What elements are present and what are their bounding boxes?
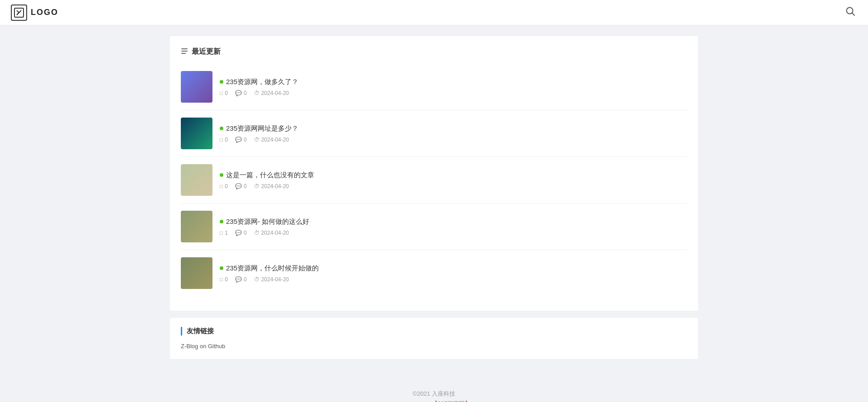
friends-card: 友情链接 Z-Blog on Github [170,318,698,359]
comments-count: 0 [244,276,247,283]
article-thumbnail [181,211,212,242]
article-meta: □ 0 💬 0 ⏱ 2024-04-20 [220,90,687,96]
views-icon: □ [220,230,223,236]
article-title[interactable]: 235资源网网址是多少？ [226,124,298,133]
search-button[interactable] [844,5,857,20]
views-meta: □ 0 [220,90,228,96]
clock-icon: ⏱ [254,230,259,236]
friends-title: 友情链接 [181,327,687,336]
views-count: 0 [225,183,228,189]
list-icon [181,47,188,57]
footer-copyright: ©2021 入座科技 [0,390,868,398]
views-icon: □ [220,276,223,283]
article-title-row: 235资源网- 如何做的这么好 [220,218,687,226]
views-icon: □ [220,137,223,143]
date-meta: ⏱ 2024-04-20 [254,90,289,96]
logo-text: LOGO [31,8,58,17]
main-wrapper: 最近更新 235资源网，做多久了？ □ 0 💬 0 ⏱ [163,25,705,377]
status-dot [220,127,223,130]
article-meta: □ 0 💬 0 ⏱ 2024-04-20 [220,137,687,143]
article-meta: □ 1 💬 0 ⏱ 2024-04-20 [220,230,687,236]
article-title[interactable]: 235资源网，什么时候开始做的 [226,264,319,273]
comments-icon: 💬 [235,137,242,143]
comments-meta: 💬 0 [235,183,247,189]
views-count: 0 [225,90,228,96]
comments-count: 0 [244,137,247,143]
article-title-row: 235资源网，做多久了？ [220,78,687,86]
article-thumbnail [181,71,212,103]
article-item: 235资源网，做多久了？ □ 0 💬 0 ⏱ 2024-04-20 [181,64,687,110]
views-icon: □ [220,90,223,96]
article-item: 这是一篇，什么也没有的文章 □ 0 💬 0 ⏱ 2024-04-20 [181,157,687,203]
views-count: 0 [225,137,228,143]
article-date: 2024-04-20 [261,183,289,189]
comments-count: 0 [244,183,247,189]
svg-rect-6 [181,53,186,54]
article-info: 235资源网，做多久了？ □ 0 💬 0 ⏱ 2024-04-20 [220,78,687,96]
article-thumbnail [181,118,212,149]
clock-icon: ⏱ [254,183,259,189]
date-meta: ⏱ 2024-04-20 [254,276,289,283]
article-list: 235资源网，做多久了？ □ 0 💬 0 ⏱ 2024-04-20 [181,64,687,296]
recent-updates-card: 最近更新 235资源网，做多久了？ □ 0 💬 0 ⏱ [170,36,698,311]
recent-updates-title: 最近更新 [181,47,687,57]
comments-icon: 💬 [235,276,242,283]
article-title[interactable]: 这是一篇，什么也没有的文章 [226,171,314,180]
clock-icon: ⏱ [254,137,259,143]
comments-icon: 💬 [235,90,242,96]
article-date: 2024-04-20 [261,137,289,143]
article-item: 235资源网，什么时候开始做的 □ 0 💬 0 ⏱ 2024-04-20 [181,250,687,296]
article-title-row: 235资源网网址是多少？ [220,124,687,133]
status-dot [220,266,223,270]
date-meta: ⏱ 2024-04-20 [254,230,289,236]
article-meta: □ 0 💬 0 ⏱ 2024-04-20 [220,276,687,283]
views-count: 1 [225,230,228,236]
site-footer: ©2021 入座科技 Powered By 【235资源网】 [0,377,868,402]
site-header: LOGO [0,0,868,25]
article-date: 2024-04-20 [261,230,289,236]
svg-rect-4 [181,48,188,49]
article-thumbnail [181,164,212,196]
article-title-row: 235资源网，什么时候开始做的 [220,264,687,273]
article-item: 235资源网网址是多少？ □ 0 💬 0 ⏱ 2024-04-20 [181,110,687,157]
comments-meta: 💬 0 [235,90,247,96]
article-info: 235资源网网址是多少？ □ 0 💬 0 ⏱ 2024-04-20 [220,124,687,143]
logo-area[interactable]: LOGO [11,5,58,21]
comments-meta: 💬 0 [235,276,247,283]
article-thumbnail [181,257,212,289]
views-count: 0 [225,276,228,283]
views-meta: □ 0 [220,276,228,283]
footer-site-link[interactable]: 【235资源网】 [432,400,471,402]
footer-powered: Powered By 【235资源网】 [0,400,868,402]
comments-meta: 💬 0 [235,137,247,143]
status-dot [220,80,223,84]
clock-icon: ⏱ [254,276,259,283]
article-date: 2024-04-20 [261,276,289,283]
status-dot [220,173,223,177]
article-title[interactable]: 235资源网- 如何做的这么好 [226,218,309,226]
article-title-row: 这是一篇，什么也没有的文章 [220,171,687,180]
logo-icon [11,5,27,21]
article-info: 235资源网，什么时候开始做的 □ 0 💬 0 ⏱ 2024-04-20 [220,264,687,283]
comments-count: 0 [244,230,247,236]
article-meta: □ 0 💬 0 ⏱ 2024-04-20 [220,183,687,189]
clock-icon: ⏱ [254,90,259,96]
views-meta: □ 0 [220,183,228,189]
svg-line-3 [852,13,855,16]
article-date: 2024-04-20 [261,90,289,96]
article-title[interactable]: 235资源网，做多久了？ [226,78,298,86]
status-dot [220,220,223,223]
comments-icon: 💬 [235,230,242,236]
svg-rect-5 [181,51,188,52]
comments-count: 0 [244,90,247,96]
views-icon: □ [220,183,223,189]
powered-by-text: Powered By [397,401,429,402]
views-meta: □ 0 [220,137,228,143]
date-meta: ⏱ 2024-04-20 [254,137,289,143]
comments-meta: 💬 0 [235,230,247,236]
friends-link-item[interactable]: Z-Blog on Github [181,343,225,350]
views-meta: □ 1 [220,230,228,236]
friends-links: Z-Blog on Github [181,342,687,350]
article-info: 235资源网- 如何做的这么好 □ 1 💬 0 ⏱ 2024-04-20 [220,218,687,236]
comments-icon: 💬 [235,183,242,189]
